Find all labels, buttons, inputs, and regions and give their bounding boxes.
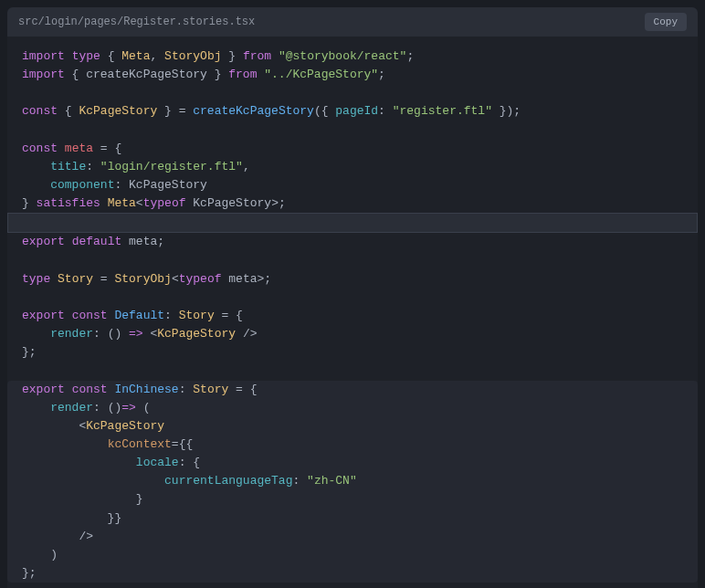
copy-button[interactable]: Copy — [645, 13, 687, 31]
code-line: const { KcPageStory } = createKcPageStor… — [22, 102, 683, 121]
code-line: title: "login/register.ftl", — [22, 158, 683, 176]
code-line: locale: { — [22, 454, 683, 472]
code-line — [22, 121, 683, 140]
code-line — [22, 289, 683, 307]
code-line: }; — [22, 564, 683, 583]
code-line: import { createKcPageStory } from "../Kc… — [22, 66, 683, 84]
code-line: <KcPageStory — [22, 417, 683, 436]
code-line: export const InChinese: Story = { — [22, 381, 683, 399]
editor-header: src/login/pages/Register.stories.tsx Cop… — [7, 7, 698, 37]
code-line: }; — [22, 343, 683, 362]
code-line: export default meta; — [22, 233, 683, 251]
code-line-highlighted — [7, 213, 698, 233]
code-line: const meta = { — [22, 140, 683, 158]
code-line — [22, 84, 683, 102]
code-line: import type { Meta, StoryObj } from "@st… — [22, 47, 683, 66]
code-line: render: () => <KcPageStory /> — [22, 325, 683, 343]
code-line: export const Default: Story = { — [22, 307, 683, 325]
code-line: render: ()=> ( — [22, 399, 683, 417]
code-line: currentLanguageTag: "zh-CN" — [22, 472, 683, 490]
file-path: src/login/pages/Register.stories.tsx — [18, 16, 255, 28]
code-line: kcContext={{ — [22, 436, 683, 454]
code-line — [22, 252, 683, 270]
code-line — [22, 362, 683, 380]
code-line: component: KcPageStory — [22, 176, 683, 194]
code-line: /> — [22, 528, 683, 546]
code-editor-panel: src/login/pages/Register.stories.tsx Cop… — [7, 7, 698, 588]
code-line: ) — [22, 546, 683, 564]
code-line: type Story = StoryObj<typeof meta>; — [22, 270, 683, 289]
code-content[interactable]: import type { Meta, StoryObj } from "@st… — [7, 37, 698, 588]
highlighted-block: export const InChinese: Story = { render… — [7, 381, 698, 583]
code-line: }} — [22, 509, 683, 528]
code-line: } satisfies Meta<typeof KcPageStory>; — [22, 194, 683, 213]
code-line: } — [22, 490, 683, 509]
